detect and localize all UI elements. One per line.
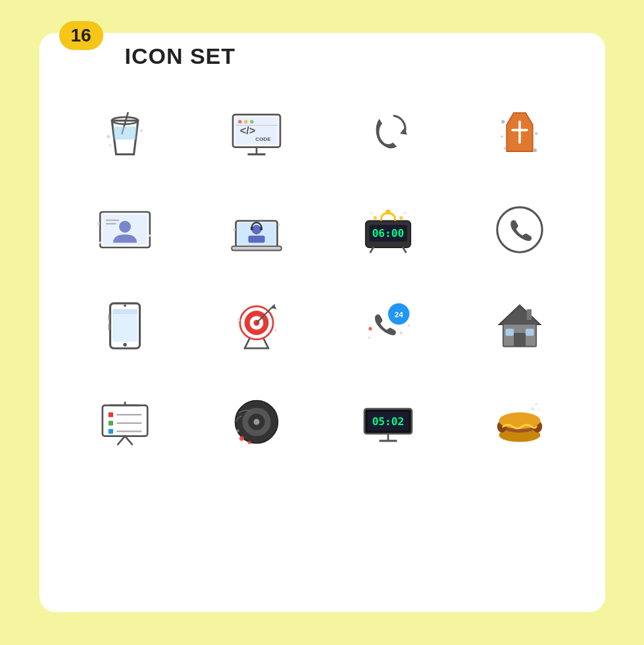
svg-point-25 <box>501 136 503 138</box>
svg-point-113 <box>534 403 537 406</box>
icon-phone-refresh <box>329 92 447 175</box>
svg-point-42 <box>278 224 280 226</box>
svg-point-14 <box>244 120 247 123</box>
svg-point-101 <box>235 429 239 432</box>
icon-coffin <box>460 92 579 175</box>
svg-point-75 <box>399 332 403 335</box>
svg-rect-59 <box>108 314 110 321</box>
svg-rect-93 <box>108 429 112 434</box>
svg-rect-58 <box>112 309 137 314</box>
page-title: ICON SET <box>125 43 236 69</box>
icon-scoreboard: 05:02 <box>329 380 447 463</box>
svg-line-51 <box>370 247 374 252</box>
svg-rect-40 <box>260 227 262 230</box>
svg-point-49 <box>370 212 373 215</box>
icon-smoothie-cup <box>66 92 184 175</box>
svg-point-47 <box>373 216 376 219</box>
svg-point-77 <box>407 324 410 327</box>
icon-house <box>460 284 579 367</box>
icon-code-monitor: </> CODE <box>197 92 316 175</box>
svg-point-50 <box>403 212 406 215</box>
icons-grid: </> CODE <box>66 92 579 463</box>
svg-point-22 <box>534 132 537 136</box>
icon-tablet <box>66 284 184 367</box>
svg-point-24 <box>533 149 536 152</box>
svg-point-71 <box>274 329 277 332</box>
icon-presentation <box>66 380 184 463</box>
svg-point-48 <box>399 216 403 219</box>
svg-point-5 <box>139 129 143 132</box>
svg-rect-38 <box>248 236 264 243</box>
svg-rect-60 <box>108 323 110 330</box>
svg-rect-39 <box>251 227 253 230</box>
svg-point-76 <box>368 336 370 339</box>
svg-rect-91 <box>108 421 112 425</box>
svg-point-112 <box>531 407 534 411</box>
svg-point-28 <box>119 221 131 233</box>
svg-point-46 <box>385 209 390 214</box>
main-card: 16 ICON SET <box>39 33 605 612</box>
icon-vinyl <box>197 380 316 463</box>
svg-point-57 <box>124 305 126 307</box>
badge: 16 <box>59 21 103 50</box>
svg-point-37 <box>251 225 260 234</box>
badge-number: 16 <box>71 25 91 46</box>
svg-rect-35 <box>232 246 282 250</box>
svg-point-23 <box>503 147 506 150</box>
icon-online-learning <box>197 188 316 271</box>
svg-text:06:00: 06:00 <box>372 227 404 240</box>
svg-point-31 <box>97 222 100 226</box>
svg-line-86 <box>125 436 132 445</box>
svg-point-98 <box>253 419 259 425</box>
svg-point-70 <box>237 319 240 322</box>
svg-rect-83 <box>526 309 531 320</box>
svg-rect-89 <box>108 413 112 417</box>
svg-point-15 <box>250 120 253 123</box>
icon-24h-call: 24 <box>329 284 447 367</box>
svg-point-33 <box>99 242 101 244</box>
icon-hotdog <box>460 380 579 463</box>
svg-rect-80 <box>514 333 526 347</box>
svg-text:05:02: 05:02 <box>372 415 404 428</box>
svg-text:</>: </> <box>239 124 255 136</box>
svg-point-41 <box>232 228 235 232</box>
svg-line-85 <box>118 436 125 445</box>
svg-point-53 <box>497 207 541 252</box>
svg-point-114 <box>537 409 540 411</box>
svg-point-6 <box>109 144 111 147</box>
svg-point-74 <box>368 327 372 330</box>
svg-text:CODE: CODE <box>255 136 271 142</box>
svg-point-13 <box>238 120 241 123</box>
icon-target <box>197 284 316 367</box>
svg-rect-82 <box>526 329 534 336</box>
svg-point-4 <box>107 135 110 138</box>
svg-point-21 <box>501 120 505 123</box>
svg-text:24: 24 <box>394 310 403 319</box>
icon-phone-circle <box>460 188 579 271</box>
icon-alarm-clock: 06:00 <box>329 188 447 271</box>
svg-point-100 <box>247 441 251 444</box>
svg-line-52 <box>403 247 406 252</box>
svg-rect-81 <box>505 329 514 336</box>
icon-computer-profile <box>66 188 184 271</box>
svg-point-99 <box>239 436 243 441</box>
svg-marker-3 <box>113 126 137 140</box>
svg-rect-55 <box>112 309 137 342</box>
svg-point-56 <box>123 343 126 346</box>
svg-marker-78 <box>499 305 540 325</box>
svg-point-32 <box>149 234 151 237</box>
svg-point-111 <box>499 413 540 429</box>
